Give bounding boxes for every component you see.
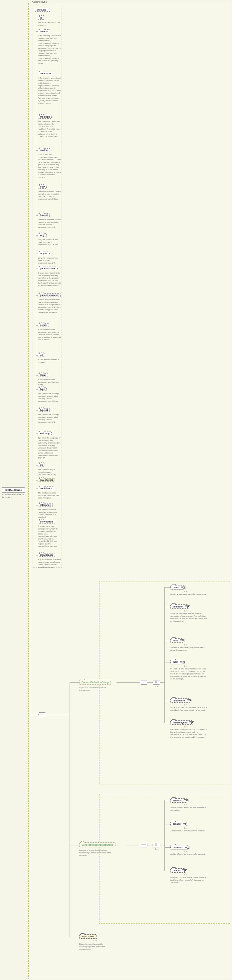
attr-conn	[36, 18, 38, 18]
elem-broader: broader+	[170, 822, 186, 826]
card: 0..∞	[184, 610, 188, 612]
attr-conn	[36, 465, 38, 466]
expand-icon[interactable]: +	[182, 661, 185, 663]
attr-modified: modified	[38, 115, 52, 119]
any-other-element: any ##other	[79, 934, 97, 939]
attr-desc-modified: The date (and, optionally, the time) whe…	[38, 120, 61, 138]
attr-any---other: any ##other	[38, 478, 55, 482]
elem-desc-broader: An identifier of a more generic concept.	[170, 830, 207, 832]
card: 0..∞	[184, 726, 188, 728]
attr-conn	[36, 389, 38, 390]
main-sequence	[38, 713, 46, 717]
attr-typeuri: typeuri	[38, 408, 49, 412]
attr-qcode: qcode	[38, 323, 49, 327]
crg-choice	[153, 843, 160, 847]
cdg-element: ConceptDefinitionGroup	[79, 680, 111, 685]
attr-pubconstrainturi: pubconstrainturi	[38, 293, 60, 297]
attr-creatoruri: creatoruri	[38, 72, 53, 75]
child-conn	[164, 662, 170, 662]
cdg-card: 0..∞	[155, 686, 159, 687]
expand-icon[interactable]: +	[187, 846, 189, 849]
attr-literal: literal	[38, 373, 48, 377]
attr-type: type	[38, 387, 47, 391]
child-conn	[164, 701, 170, 701]
expand-icon[interactable]: +	[185, 823, 188, 826]
attr-desc-whyuri: Why the metadata has been included - exp…	[38, 257, 61, 264]
attr-desc-howuri: Indicates by which means the value was e…	[38, 219, 61, 229]
elem-desc-definition: A natural language definition of the sem…	[170, 612, 207, 622]
type-title: AudienceType	[31, 1, 47, 3]
c-cdg-c	[160, 682, 164, 683]
attr-desc-why: Why the metadata has been included - exp…	[38, 239, 61, 246]
any-other-desc: Extension point for provider-defined pro…	[79, 943, 108, 951]
c-crg-c	[160, 845, 164, 845]
card: 0..∞	[184, 665, 188, 667]
child-conn	[164, 607, 170, 607]
attr-creator: creator	[38, 29, 50, 33]
elem-note: note+	[170, 638, 183, 643]
elem-label: facet	[173, 661, 178, 663]
attr-desc-typeuri: The type of the concept assigned as cont…	[38, 414, 61, 423]
expand-icon[interactable]: +	[182, 640, 184, 642]
attr-desc-confidence: The confidence with which the metadata h…	[38, 492, 61, 500]
attr-conn	[36, 150, 38, 151]
child-conn	[164, 871, 170, 871]
attr-desc-creator: If the property value is not defined, sp…	[38, 35, 61, 65]
attr-conn	[36, 31, 38, 32]
expand-icon[interactable]: +	[183, 586, 185, 589]
expand-icon[interactable]: +	[186, 799, 188, 802]
attr-desc-literal: A concept identifier expressed as a free…	[38, 379, 61, 386]
c-crg-a	[127, 845, 140, 845]
c-main-a	[30, 715, 38, 715]
attr-how: how	[38, 185, 47, 189]
crg-element: ConceptRelationshipsGroup	[79, 842, 116, 847]
c-crg-b	[148, 845, 153, 845]
elem-hierarchyInfo: hierarchyInfo+	[170, 721, 192, 725]
c-cdg-a	[116, 682, 140, 683]
attr-uri: uri	[38, 353, 45, 357]
elem-label: name	[173, 586, 179, 589]
c-main-b	[46, 715, 70, 715]
card: 0..∞	[184, 704, 188, 706]
elem-label: hierarchyInfo	[173, 721, 188, 724]
elem-desc-remoteInfo: A link to an item or a web resource whic…	[170, 706, 207, 711]
crg-seq	[140, 843, 148, 847]
elem-desc-hierarchyInfo: Represents the position of a concept in …	[170, 729, 207, 738]
child-conn	[164, 801, 170, 801]
attr-desc-creatoruri: If the property value is not defined, sp…	[38, 77, 61, 105]
attributes-label: attributes	[35, 8, 50, 12]
card: 0..∞	[184, 804, 188, 806]
card: 0..∞	[184, 874, 188, 876]
elem-desc-sameAs: An identifier of a concept with equivale…	[170, 807, 207, 811]
expand-icon[interactable]: +	[188, 605, 190, 608]
crg-inner-box	[99, 794, 230, 924]
attr-desc-dir: The directionality of textual content (e…	[38, 469, 61, 476]
elem-label: broader	[173, 823, 181, 825]
attr-howuri: howuri	[38, 213, 49, 217]
attr-pubconstraint: pubconstraint	[38, 267, 57, 270]
expand-icon[interactable]: +	[184, 869, 187, 872]
elem-label: remoteInfo	[173, 699, 185, 702]
cdg-choice	[153, 680, 160, 685]
expand-icon[interactable]: +	[189, 699, 191, 702]
attr-whyuri: whyuri	[38, 251, 49, 255]
attr-desc-derivedfrom: A reference to the concept from which th…	[38, 525, 61, 548]
card: 0..∞	[184, 850, 188, 853]
crg-label: ConceptRelationshipsGroup	[81, 844, 113, 846]
attr-conn	[36, 117, 38, 117]
elem-label: definition	[173, 605, 183, 608]
elem-desc-name: A natural language name for the concept.	[170, 593, 207, 596]
root-label: exclAudience	[5, 488, 22, 492]
attr-conn	[36, 480, 38, 480]
elem-definition: definition+	[170, 605, 188, 609]
attr-desc-how: Indicates by which means the value was e…	[38, 190, 61, 200]
attr-conn	[36, 505, 38, 506]
attr-conn	[36, 410, 38, 410]
cdg-child-v	[164, 587, 165, 723]
crg-desc: A group of properties to indicate relati…	[79, 849, 115, 857]
attr-conn	[36, 555, 38, 555]
expand-icon[interactable]: +	[191, 721, 194, 724]
elem-facet: facet+	[170, 660, 183, 664]
elem-desc-note: Additional natural language information …	[170, 646, 207, 651]
root-desc: An excluded audience for the content.	[2, 493, 25, 498]
